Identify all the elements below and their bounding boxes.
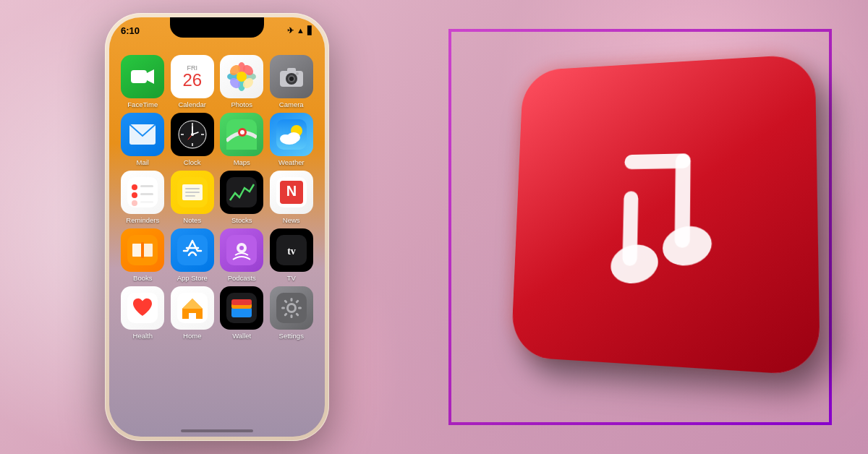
svg-rect-63 [177, 235, 208, 265]
calendar-date: 26 [182, 72, 202, 89]
wallet-label: Wallet [232, 332, 251, 340]
camera-icon [270, 55, 313, 98]
photos-icon [220, 55, 263, 98]
svg-point-46 [132, 192, 137, 198]
svg-rect-18 [287, 68, 296, 72]
reminders-label: Reminders [126, 216, 159, 224]
app-grid: FaceTime FRI 26 Calendar [116, 55, 318, 340]
svg-marker-6 [147, 69, 154, 84]
health-label: Health [133, 332, 153, 340]
wifi-icon: ▲ [297, 26, 305, 35]
notes-icon [171, 171, 214, 214]
svg-point-79 [289, 305, 294, 311]
svg-rect-81 [290, 314, 292, 318]
app-appstore[interactable]: App Store [170, 228, 216, 282]
app-clock[interactable]: Clock [170, 113, 216, 166]
weather-icon [270, 113, 313, 156]
appstore-label: App Store [177, 274, 208, 282]
svg-point-16 [237, 72, 247, 82]
home-label: Home [183, 332, 201, 340]
app-stocks[interactable]: Stocks [219, 171, 265, 224]
app-tv[interactable]: tv TV [269, 228, 315, 282]
svg-rect-60 [132, 244, 142, 257]
svg-rect-45 [140, 185, 153, 187]
podcasts-icon [220, 228, 263, 272]
home-icon [171, 286, 214, 330]
news-label: News [283, 216, 300, 224]
tv-icon: tv [270, 228, 313, 272]
settings-label: Settings [279, 332, 304, 340]
news-icon: N [270, 171, 313, 214]
books-icon [121, 228, 164, 272]
app-health[interactable]: Health [120, 286, 166, 340]
svg-text:tv: tv [287, 246, 296, 257]
svg-point-48 [132, 200, 137, 206]
wallet-icon [220, 286, 263, 330]
app-settings[interactable]: Settings [269, 286, 315, 340]
settings-icon [270, 286, 313, 330]
svg-rect-5 [131, 70, 147, 83]
svg-point-66 [239, 246, 244, 250]
music-app-icon-large[interactable] [511, 53, 820, 376]
svg-rect-74 [231, 307, 252, 317]
app-facetime[interactable]: FaceTime [120, 55, 166, 108]
app-reminders[interactable]: Reminders [120, 171, 166, 224]
status-icons: ✈ ▲ ▋ [287, 26, 313, 35]
svg-rect-53 [185, 192, 200, 193]
health-icon [121, 286, 164, 330]
svg-point-4 [658, 221, 716, 270]
app-weather[interactable]: Weather [269, 113, 315, 166]
app-photos[interactable]: Photos [219, 55, 265, 108]
stocks-label: Stocks [231, 216, 252, 224]
svg-rect-83 [298, 307, 302, 309]
svg-point-21 [289, 77, 294, 81]
svg-point-42 [280, 134, 290, 143]
app-news[interactable]: N News [269, 171, 315, 224]
maps-icon [220, 113, 263, 156]
svg-point-22 [296, 72, 299, 75]
svg-rect-76 [231, 299, 252, 305]
svg-point-3 [607, 240, 662, 288]
app-podcasts[interactable]: Podcasts [219, 228, 265, 282]
podcasts-label: Podcasts [228, 274, 256, 282]
calendar-label: Calendar [178, 100, 206, 108]
mail-icon [121, 113, 164, 156]
facetime-label: FaceTime [127, 100, 158, 108]
svg-rect-47 [140, 193, 153, 195]
mail-label: Mail [137, 158, 149, 166]
stocks-icon [220, 171, 263, 214]
clock-icon [171, 113, 214, 156]
svg-rect-82 [281, 307, 285, 309]
photos-label: Photos [231, 100, 252, 108]
iphone-device: 6:10 ✈ ▲ ▋ FaceTime FRI 26 Calend [105, 13, 329, 441]
facetime-icon [121, 55, 164, 98]
airplane-icon: ✈ [287, 26, 294, 35]
svg-rect-62 [141, 242, 144, 258]
status-time: 6:10 [121, 25, 140, 36]
svg-point-37 [240, 130, 244, 134]
clock-label: Clock [184, 158, 201, 166]
svg-rect-52 [185, 188, 200, 189]
app-mail[interactable]: Mail [120, 113, 166, 166]
svg-point-33 [191, 133, 194, 136]
tv-label: TV [287, 274, 296, 282]
app-notes[interactable]: Notes [170, 171, 216, 224]
camera-label: Camera [279, 100, 304, 108]
svg-rect-80 [290, 298, 292, 301]
calendar-icon: FRI 26 [171, 55, 214, 98]
svg-rect-54 [185, 195, 195, 197]
battery-icon: ▋ [307, 26, 313, 35]
app-home[interactable]: Home [170, 286, 216, 340]
svg-rect-61 [143, 244, 153, 257]
app-calendar[interactable]: FRI 26 Calendar [170, 55, 216, 108]
app-books[interactable]: Books [120, 228, 166, 282]
reminders-icon [121, 171, 164, 214]
app-wallet[interactable]: Wallet [219, 286, 265, 340]
svg-text:N: N [286, 183, 297, 199]
app-camera[interactable]: Camera [269, 55, 315, 108]
svg-point-44 [132, 184, 137, 190]
svg-rect-2 [624, 153, 691, 169]
app-maps[interactable]: Maps [219, 113, 265, 166]
weather-label: Weather [278, 158, 305, 166]
iphone-screen: 6:10 ✈ ▲ ▋ FaceTime FRI 26 Calend [109, 17, 325, 437]
